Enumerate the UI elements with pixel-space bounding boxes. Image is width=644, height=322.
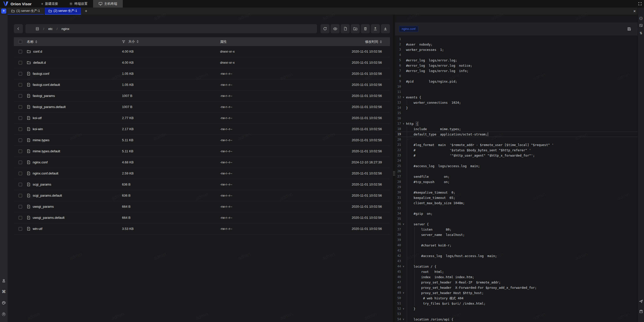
code-line[interactable]: 17∨http { <box>395 121 644 126</box>
file-row-default.d[interactable]: default.d4.00 KBdrwxr-xr-x2020-11-01 10:… <box>14 57 390 68</box>
code-line[interactable]: 35 <box>395 216 644 222</box>
code-line[interactable]: 8 <box>395 74 644 79</box>
sort-icon[interactable] <box>137 40 139 43</box>
menu-terminal-settings[interactable]: 终端设置 <box>64 0 93 8</box>
row-checkbox[interactable] <box>19 94 22 98</box>
file-row-fastcgi.conf[interactable]: fastcgi.conf1.05 KB-rw-r--r--2020-11-01 … <box>14 68 390 79</box>
upload-icon[interactable] <box>371 24 380 33</box>
row-checkbox[interactable] <box>19 194 22 197</box>
filter-funnel-icon[interactable] <box>122 40 125 43</box>
code-line[interactable]: 36∨ server { <box>395 222 644 227</box>
file-row-fastcgi_params.default[interactable]: fastcgi_params.default1007 B-rw-r--r--20… <box>14 101 390 113</box>
new-file-icon[interactable] <box>341 24 350 33</box>
file-row-fastcgi.conf.default[interactable]: fastcgi.conf.default1.05 KB-rw-r--r--202… <box>14 79 390 90</box>
code-line[interactable]: 53 <box>395 311 644 317</box>
code-line[interactable]: 27 sendfile on; <box>395 174 644 179</box>
code-line[interactable]: 3worker_processes 1; <box>395 47 644 52</box>
delete-trash-icon[interactable] <box>361 24 370 33</box>
code-line[interactable]: 46 index index.html index.htm; <box>395 274 644 280</box>
code-line[interactable]: 34 #gzip on; <box>395 211 644 216</box>
file-row-uwsgi_params[interactable]: uwsgi_params664 B-rw-r--r--2020-11-01 10… <box>14 201 390 212</box>
row-checkbox[interactable] <box>19 50 22 53</box>
row-checkbox[interactable] <box>19 116 22 120</box>
code-line[interactable]: 16 <box>395 116 644 121</box>
save-file-icon[interactable] <box>627 27 631 31</box>
code-line[interactable]: 5#error_log logs/error.log; <box>395 58 644 63</box>
code-line[interactable]: 20 <box>395 137 644 142</box>
file-row-scgi_params[interactable]: scgi_params636 B-rw-r--r--2020-11-01 10:… <box>14 179 390 190</box>
row-checkbox[interactable] <box>19 161 22 164</box>
code-line[interactable]: 42 #access_log logs/host.access.log main… <box>395 253 644 259</box>
panel-form-icon[interactable] <box>638 24 644 27</box>
row-checkbox[interactable] <box>19 72 22 76</box>
row-checkbox[interactable] <box>19 127 22 131</box>
fold-chevron-icon[interactable]: ∨ <box>401 95 406 100</box>
code-line[interactable]: 33 <box>395 206 644 211</box>
code-line[interactable]: 54∨ location /orion/api { <box>395 317 644 322</box>
code-line[interactable]: 11 <box>395 89 644 95</box>
code-line[interactable]: 26 <box>395 169 644 174</box>
code-line[interactable]: 4 <box>395 52 644 58</box>
file-row-fastcgi_params[interactable]: fastcgi_params1007 B-rw-r--r--2020-11-01… <box>14 90 390 101</box>
package-box-icon[interactable] <box>638 310 644 313</box>
menu-new-connection[interactable]: + 新建连接 <box>36 0 64 8</box>
breadcrumb-segment[interactable]: etc <box>48 27 53 31</box>
code-line[interactable]: 29 <box>395 185 644 190</box>
file-row-mime.types[interactable]: mime.types5.11 KB-rw-r--r--2020-11-01 10… <box>14 135 390 146</box>
new-session-button[interactable]: + <box>1 9 6 14</box>
panel-resize-handle[interactable] <box>393 15 395 322</box>
file-row-scgi_params.default[interactable]: scgi_params.default636 B-rw-r--r--2020-1… <box>14 190 390 201</box>
row-checkbox[interactable] <box>19 150 22 153</box>
path-breadcrumb[interactable]: /etc/nginx <box>25 24 317 33</box>
row-checkbox[interactable] <box>19 61 22 64</box>
select-all-checkbox[interactable] <box>19 40 22 44</box>
code-line[interactable]: 18 include mime.types; <box>395 126 644 132</box>
row-checkbox[interactable] <box>19 105 22 109</box>
row-checkbox[interactable] <box>19 83 22 87</box>
editor-file-tab[interactable]: nginx.conf <box>399 26 418 32</box>
send-plane-icon[interactable] <box>638 299 644 303</box>
code-line[interactable]: 23 # '"$http_user_agent" "$http_x_forwar… <box>395 153 644 158</box>
column-attr[interactable]: 属性 <box>220 40 227 44</box>
file-row-mime.types.default[interactable]: mime.types.default5.11 KB-rw-r--r--2020-… <box>14 146 390 157</box>
fold-chevron-icon[interactable]: ∨ <box>401 317 406 322</box>
code-line[interactable]: 49∨ proxy_set_header Host $http_host; <box>395 290 644 296</box>
session-tab-1[interactable]: (1) server-生产-1 <box>8 8 44 15</box>
code-line[interactable]: 44∨ location / { <box>395 264 644 269</box>
sort-icon[interactable] <box>380 40 382 43</box>
code-line[interactable]: 38 server_name localhost; <box>395 232 644 237</box>
fold-chevron-icon[interactable]: ∨ <box>401 121 406 126</box>
menu-host-terminal[interactable]: 主机终端 <box>93 0 123 8</box>
row-checkbox[interactable] <box>19 227 22 231</box>
refresh-icon[interactable] <box>320 24 330 33</box>
file-row-koi-utf[interactable]: koi-utf2.77 KB-rw-r--r--2020-11-01 10:02… <box>14 113 390 124</box>
row-checkbox[interactable] <box>19 183 22 186</box>
theme-palette-icon[interactable] <box>2 301 6 305</box>
column-size[interactable]: 大小 <box>122 39 139 44</box>
new-folder-icon[interactable] <box>351 24 360 33</box>
code-line[interactable]: 37 listen 80; <box>395 227 644 232</box>
file-row-uwsgi_params.default[interactable]: uwsgi_params.default664 B-rw-r--r--2020-… <box>14 212 390 223</box>
fold-chevron-icon[interactable]: ∨ <box>401 264 406 269</box>
code-line[interactable]: 9#pid logs/nginx.pid; <box>395 79 644 84</box>
file-row-nginx.conf.default[interactable]: nginx.conf.default2.59 KB-rw-r--r--2020-… <box>14 168 390 179</box>
row-checkbox[interactable] <box>19 138 22 142</box>
code-line[interactable]: 39 <box>395 237 644 243</box>
code-line[interactable]: 14} <box>395 105 644 111</box>
preview-eye-icon[interactable] <box>331 24 340 33</box>
fold-chevron-icon[interactable]: ∨ <box>401 290 406 296</box>
code-line[interactable]: 19 default_type application/octet-stream… <box>395 132 644 137</box>
add-tab-icon[interactable]: + <box>82 8 90 15</box>
breadcrumb-segment[interactable]: nginx <box>62 27 69 31</box>
code-line[interactable]: 25 #access_log logs/access.log main; <box>395 163 644 169</box>
row-checkbox[interactable] <box>19 216 22 220</box>
file-row-win-utf[interactable]: win-utf3.53 KB-rw-r--r--2020-11-01 10:02… <box>14 223 390 234</box>
code-line[interactable]: 10 <box>395 84 644 89</box>
code-line[interactable]: 6#error_log logs/error.log notice; <box>395 63 644 68</box>
file-row-conf.d[interactable]: conf.d4.00 KBdrwxr-xr-x2020-11-01 10:02:… <box>14 46 390 57</box>
code-line[interactable]: 40 #charset koi8-r; <box>395 243 644 248</box>
code-line[interactable]: 15 <box>395 111 644 116</box>
download-icon[interactable] <box>381 24 390 33</box>
code-line[interactable]: 7#error_log logs/error.log info; <box>395 68 644 74</box>
code-line[interactable]: 31 keepalive_timeout 65; <box>395 195 644 200</box>
